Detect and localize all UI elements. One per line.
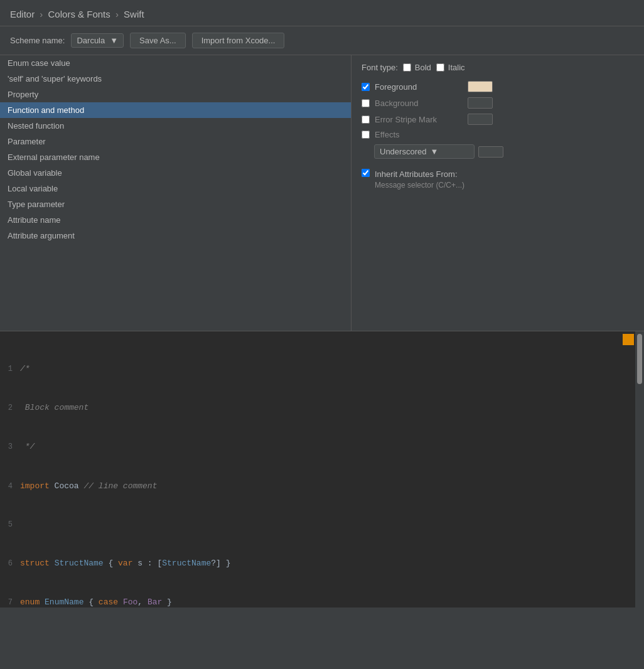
code-line-1: 1 /* [0, 363, 644, 376]
orange-indicator [623, 334, 634, 345]
line-content: import Cocoa // line comment [20, 480, 644, 493]
line-number: 3 [0, 441, 20, 453]
breadcrumb-sep-1: › [40, 9, 45, 19]
effects-checkbox[interactable] [362, 131, 370, 139]
code-line-4: 4 import Cocoa // line comment [0, 480, 644, 493]
line-number: 4 [0, 481, 20, 493]
foreground-color-swatch[interactable] [468, 81, 493, 92]
underscored-select[interactable]: Underscored ▼ [374, 144, 475, 159]
effects-label[interactable]: Effects [375, 130, 463, 139]
code-line-2: 2 Block comment [0, 402, 644, 415]
error-stripe-label[interactable]: Error Stripe Mark [375, 115, 463, 124]
list-item[interactable]: External parameter name [0, 149, 351, 165]
main-content: Enum case value 'self' and 'super' keywo… [0, 55, 644, 331]
breadcrumb-sep-2: › [115, 9, 121, 19]
import-xcode-button[interactable]: Import from Xcode... [192, 33, 285, 48]
underscored-row: Underscored ▼ [374, 144, 634, 159]
list-item[interactable]: Attribute argument [0, 228, 351, 244]
list-item[interactable]: Local variable [0, 181, 351, 196]
background-label[interactable]: Background [375, 99, 463, 108]
background-row: Background [362, 97, 634, 109]
scheme-select[interactable]: Darcula ▼ [71, 33, 124, 48]
line-number: 6 [0, 558, 20, 570]
bold-checkbox[interactable] [403, 63, 411, 72]
line-content: */ [20, 441, 644, 454]
italic-checkbox[interactable] [436, 63, 444, 72]
line-number: 5 [0, 519, 20, 531]
error-stripe-checkbox[interactable] [362, 115, 370, 124]
inherit-text: Inherit Attributes From: Message selecto… [375, 169, 464, 191]
line-number: 2 [0, 402, 20, 414]
scheme-row: Scheme name: Darcula ▼ Save As... Import… [0, 26, 644, 55]
line-number: 1 [0, 363, 20, 375]
line-content: struct StructName { var s : [StructName?… [20, 557, 644, 570]
line-number: 7 [0, 597, 20, 607]
line-content: Block comment [20, 402, 644, 415]
effects-row: Effects [362, 130, 634, 139]
bold-group: Bold [403, 63, 431, 72]
breadcrumb-editor: Editor [10, 9, 35, 19]
italic-group: Italic [436, 63, 465, 72]
code-area: 1 /* 2 Block comment 3 */ 4 import Cocoa… [0, 331, 644, 607]
list-item[interactable]: 'self' and 'super' keywords [0, 71, 351, 87]
chevron-down-icon: ▼ [430, 147, 469, 156]
breadcrumb-colors-fonts: Colors & Fonts [48, 9, 110, 19]
scrollbar-track[interactable] [635, 331, 644, 607]
scheme-current-value: Darcula [77, 36, 105, 45]
list-item[interactable]: Nested function [0, 118, 351, 134]
italic-label[interactable]: Italic [448, 63, 465, 72]
font-type-label: Font type: [362, 63, 398, 72]
list-item[interactable]: Parameter [0, 134, 351, 149]
font-type-row: Font type: Bold Italic [362, 63, 634, 72]
underscored-value: Underscored [380, 147, 426, 156]
code-line-5: 5 [0, 519, 644, 531]
foreground-row: Foreground [362, 81, 634, 92]
line-content: /* [20, 363, 644, 376]
item-list: Enum case value 'self' and 'super' keywo… [0, 55, 352, 331]
inherit-checkbox[interactable] [362, 169, 370, 177]
error-stripe-color-swatch[interactable] [468, 114, 493, 125]
inherit-label: Inherit Attributes From: [375, 169, 464, 180]
right-panel: Font type: Bold Italic Foreground Backgr… [352, 55, 644, 331]
code-line-6: 6 struct StructName { var s : [StructNam… [0, 557, 644, 570]
background-color-swatch[interactable] [468, 97, 493, 109]
underscored-color-swatch[interactable] [478, 146, 503, 158]
chevron-down-icon: ▼ [110, 36, 118, 45]
code-preview: 1 /* 2 Block comment 3 */ 4 import Cocoa… [0, 331, 644, 607]
inherit-row: Inherit Attributes From: Message selecto… [362, 169, 634, 191]
list-item[interactable]: Global variable [0, 165, 351, 181]
line-content: enum EnumName { case Foo, Bar } [20, 596, 644, 607]
bold-label[interactable]: Bold [415, 63, 431, 72]
code-line-7: 7 enum EnumName { case Foo, Bar } [0, 596, 644, 607]
error-stripe-row: Error Stripe Mark [362, 114, 634, 125]
list-item[interactable]: Property [0, 87, 351, 102]
breadcrumb-swift: Swift [124, 9, 144, 19]
list-item[interactable]: Type parameter [0, 196, 351, 212]
save-as-button[interactable]: Save As... [130, 33, 186, 48]
foreground-label[interactable]: Foreground [375, 82, 463, 92]
list-item-selected[interactable]: Function and method [0, 102, 351, 118]
header: Editor › Colors & Fonts › Swift [0, 0, 644, 26]
background-checkbox[interactable] [362, 99, 370, 107]
list-item[interactable]: Enum case value [0, 55, 351, 71]
scheme-label: Scheme name: [10, 36, 65, 45]
code-line-3: 3 */ [0, 441, 644, 454]
scrollbar-thumb[interactable] [637, 334, 642, 384]
breadcrumb: Editor › Colors & Fonts › Swift [10, 9, 634, 19]
list-item[interactable]: Attribute name [0, 212, 351, 228]
inherit-sub: Message selector (C/C+...) [375, 180, 464, 191]
foreground-checkbox[interactable] [362, 83, 370, 91]
